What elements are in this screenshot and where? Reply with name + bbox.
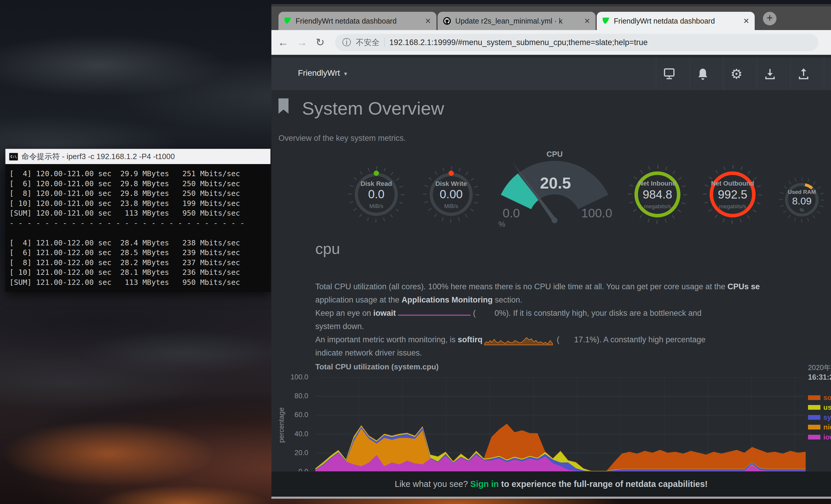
legend-label: nice [823, 423, 831, 431]
tab-friendlywrt-2-active[interactable]: FriendlyWrt netdata dashboard ✕ [597, 12, 755, 30]
cmd-icon: C:\ [9, 153, 18, 160]
gauge-disk-read[interactable]: Disk Read 0.0 MiB/s [348, 167, 404, 223]
gauge-disk-write[interactable]: Disk Write 0.00 MiB/s [423, 167, 479, 223]
softirq-label: softirq [458, 335, 482, 344]
download-icon [764, 68, 776, 80]
gauge-unit: megabits/s [703, 203, 762, 210]
gauge-max: 100.0 [578, 206, 616, 220]
legend-item-sys[interactable]: sys [808, 413, 831, 422]
gauge-dot [374, 171, 379, 176]
tab-strip: FriendlyWrt netdata dashboard ✕ Update r… [271, 4, 831, 30]
legend-swatch [808, 395, 821, 400]
gauge-net-inbound[interactable]: Net Inbound 984.8 megabits/s [628, 165, 687, 224]
gauge-label: Used RAM [779, 189, 825, 195]
new-tab-button[interactable]: + [763, 12, 776, 25]
legend-swatch [808, 415, 821, 420]
text: ). A constantly high percentage [597, 335, 706, 344]
gauge-value: 0.00 [423, 188, 479, 201]
site-info-icon[interactable]: ⓘ [342, 36, 351, 49]
terminal-titlebar[interactable]: C:\ 命令提示符 - iperf3 -c 192.168.1.2 -P4 -t… [5, 149, 270, 164]
tab-friendlywrt-1[interactable]: FriendlyWrt netdata dashboard ✕ [279, 12, 436, 30]
netdata-page: FriendlyWrt▾ ⚙ [271, 55, 831, 497]
softirq-sparkline [484, 335, 555, 345]
gauge-value: 8.09 [779, 195, 825, 207]
legend-swatch [808, 435, 821, 440]
github-icon [443, 17, 451, 25]
close-icon[interactable]: ✕ [425, 17, 431, 25]
gauge-label: Disk Write [423, 180, 479, 188]
gauge-label: Net Inbound [628, 180, 687, 187]
sign-in-link[interactable]: Sign in [470, 479, 499, 489]
cpu-desc-line-2: application usage at the Applications Mo… [315, 295, 760, 309]
gauge-min: 0.0 [495, 206, 527, 220]
browser-window: FriendlyWrt netdata dashboard ✕ Update r… [271, 4, 831, 499]
text: ). If it is constantly high, your disks … [506, 309, 701, 318]
export-button[interactable] [787, 58, 821, 90]
brand-label: FriendlyWrt [298, 68, 340, 78]
forward-icon[interactable]: → [297, 36, 307, 49]
legend-label: use [823, 403, 831, 411]
applications-monitoring-link[interactable]: Applications Monitoring [402, 295, 493, 304]
close-icon[interactable]: ✕ [743, 17, 749, 25]
reload-icon[interactable]: ↻ [316, 36, 324, 49]
stacked-area-plot[interactable] [315, 377, 806, 472]
print-view-button[interactable] [653, 58, 686, 90]
legend-item-soft[interactable]: soft [808, 393, 831, 403]
legend-item-nice[interactable]: nice [808, 423, 831, 432]
y-tick-label: 80.0 [279, 392, 308, 400]
gauge-unit: % [779, 208, 825, 213]
terminal-output: [ 4] 120.00-121.00 sec 29.9 MBytes 251 M… [5, 164, 270, 292]
text: ( [557, 335, 559, 344]
text: An important metric worth monitoring, is [315, 335, 458, 344]
address-bar[interactable]: ⓘ 不安全 192.168.2.1:19999/#menu_system_sub… [335, 34, 818, 51]
page-subtitle: Overview of the key system metrics. [279, 134, 406, 143]
import-button[interactable] [753, 58, 787, 90]
y-tick-label: 40.0 [279, 430, 308, 438]
text: application usage at the [315, 295, 402, 304]
legend-item-use[interactable]: use [808, 403, 831, 412]
gauge-value: 0.0 [348, 188, 404, 201]
back-icon[interactable]: ← [278, 36, 288, 49]
gauge-value: 992.5 [703, 188, 762, 201]
gauge-label: Net Outbound [703, 180, 762, 187]
page-title: System Overview [302, 98, 444, 119]
legend-item-iow[interactable]: iow [808, 433, 831, 442]
gauge-unit: % [495, 220, 509, 229]
monitor-icon [663, 68, 676, 80]
tab-title: FriendlyWrt netdata dashboard [614, 17, 739, 25]
gauge-used-ram[interactable]: Used RAM 8.09 % [779, 177, 825, 223]
terminal-window[interactable]: C:\ 命令提示符 - iperf3 -c 192.168.1.2 -P4 -t… [5, 149, 270, 292]
text: Total CPU utilization (all cores). 100% … [315, 282, 727, 291]
close-icon[interactable]: ✕ [584, 17, 590, 25]
tab-github[interactable]: Update r2s_lean_minimal.yml · k ✕ [438, 12, 596, 30]
url-text[interactable]: 192.168.2.1:19999/#menu_system_submenu_c… [389, 38, 648, 47]
netdata-header: FriendlyWrt▾ ⚙ [271, 58, 831, 90]
tab-title: FriendlyWrt netdata dashboard [295, 17, 421, 25]
desktop-wallpaper: C:\ 命令提示符 - iperf3 -c 192.168.1.2 -P4 -t… [0, 0, 831, 504]
netdata-brand-dropdown[interactable]: FriendlyWrt▾ [298, 68, 347, 78]
iowait-value: 0% [494, 309, 506, 318]
gauge-cpu[interactable]: CPU 20.5 0.0 100.0 % [489, 147, 622, 236]
tab-title: Update r2s_lean_minimal.yml · k [455, 17, 580, 25]
cpu-utilization-chart[interactable] [315, 377, 806, 472]
alarms-button[interactable] [686, 58, 720, 90]
y-tick-label: 60.0 [279, 411, 308, 419]
legend-label: iow [823, 433, 831, 441]
header-separator [824, 58, 824, 90]
signin-banner: Like what you see? Sign in to experience… [271, 471, 831, 497]
cpu-desc-line-6: indicate network driver issues. [315, 349, 760, 362]
legend-swatch [808, 425, 821, 429]
upload-icon [798, 68, 809, 80]
gear-icon: ⚙ [730, 66, 742, 82]
gauge-net-outbound[interactable]: Net Outbound 992.5 megabits/s [703, 165, 762, 224]
cpus-link[interactable]: CPUs se [727, 282, 760, 291]
cpu-desc-line-5: An important metric worth monitoring, is… [315, 335, 760, 349]
softirq-value: 17.1% [574, 335, 597, 344]
iowait-sparkline [398, 311, 471, 317]
cpu-desc-line-3: Keep an eye on iowait(0%). If it is cons… [315, 309, 760, 322]
settings-button[interactable]: ⚙ [720, 58, 753, 90]
text: ( [473, 309, 476, 318]
bell-icon [697, 67, 709, 81]
y-tick-label: 100.0 [279, 373, 308, 381]
cpu-desc-line-1: Total CPU utilization (all cores). 100% … [315, 282, 760, 295]
